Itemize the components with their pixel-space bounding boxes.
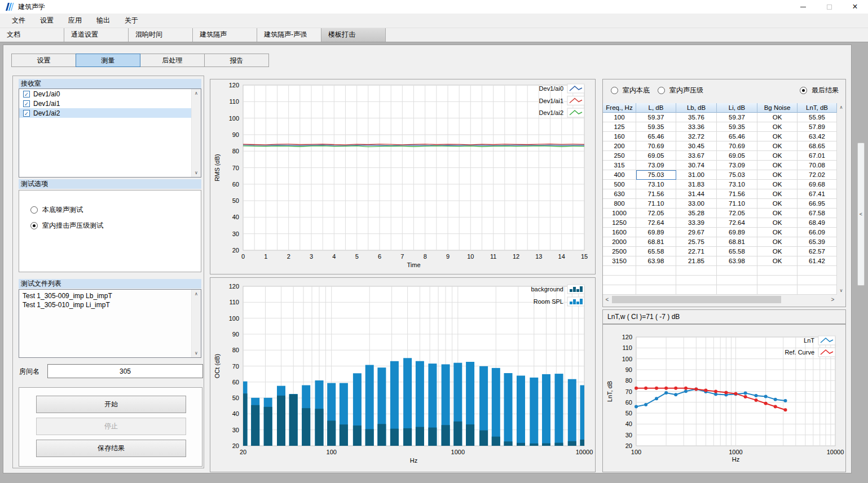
table-cell[interactable]: 68.81 [717,237,757,247]
table-cell[interactable] [717,266,757,276]
close-button[interactable]: × [842,0,868,14]
scroll-left-icon[interactable]: < [603,295,611,304]
checkbox-icon[interactable]: ✓ [23,100,30,107]
table-cell[interactable]: 33.39 [676,218,717,228]
table-cell[interactable]: 59.35 [717,122,757,132]
table-cell[interactable]: 67.58 [797,209,837,218]
table-cell[interactable]: 69.05 [636,151,676,161]
table-cell[interactable]: 72.05 [717,209,757,218]
table-cell[interactable]: OK [757,199,797,209]
table-cell[interactable] [676,276,717,285]
table-cell[interactable]: 400 [603,170,636,180]
table-cell[interactable]: OK [757,209,797,218]
minimize-button[interactable] [790,0,816,14]
table-cell[interactable]: 73.09 [717,161,757,170]
table-cell[interactable]: 100 [603,113,636,122]
table-cell[interactable]: 72.02 [797,170,837,180]
table-cell[interactable]: 55.95 [797,113,837,122]
table-cell[interactable]: 63.42 [797,132,837,141]
table-cell[interactable]: 630 [603,189,636,199]
table-cell[interactable]: OK [757,113,797,122]
table-cell[interactable]: 31.83 [676,180,717,189]
table-cell[interactable]: 72.05 [636,209,676,218]
table-cell[interactable]: 72.64 [636,218,676,228]
table-cell[interactable]: 22.71 [676,247,717,256]
sidebar-collapse-button[interactable]: < [857,143,865,286]
table-cell[interactable]: 69.05 [717,151,757,161]
table-cell[interactable]: 59.37 [717,113,757,122]
table-cell[interactable]: 75.03 [717,170,757,180]
table-cell[interactable]: 35.76 [676,113,717,122]
table-cell[interactable]: 66.95 [797,199,837,209]
channel-row[interactable]: ✓Dev1/ai2 [19,108,191,118]
table-cell[interactable]: 30.74 [676,161,717,170]
table-cell[interactable] [676,285,717,295]
maximize-button[interactable] [816,0,842,14]
subtab-后处理[interactable]: 后处理 [140,54,205,67]
file-item[interactable]: Test 1_305-009_imp Lb_impT [19,291,191,300]
table-cell[interactable]: 63.98 [636,256,676,266]
tab-文档[interactable]: 文档 [0,28,64,42]
view-option[interactable]: 室内声压级 [658,86,703,95]
menu-item[interactable]: 关于 [117,14,146,28]
tab-通道设置[interactable]: 通道设置 [64,28,129,42]
table-cell[interactable]: 67.41 [797,189,837,199]
table-cell[interactable]: 57.89 [797,122,837,132]
table-cell[interactable]: 70.08 [797,161,837,170]
table-cell[interactable]: 63.98 [717,256,757,266]
table-cell[interactable] [603,285,636,295]
table-cell[interactable]: 68.81 [636,237,676,247]
view-option[interactable]: 室内本底 [611,86,650,95]
table-cell[interactable] [636,285,676,295]
table-cell[interactable] [797,285,837,295]
table-cell[interactable]: 71.56 [636,189,676,199]
table-cell[interactable] [636,276,676,285]
table-cell[interactable] [797,276,837,285]
table-cell[interactable]: OK [757,122,797,132]
table-cell[interactable]: 69.89 [717,228,757,237]
table-cell[interactable]: 315 [603,161,636,170]
table-horizontal-scrollbar[interactable]: < > [603,295,837,304]
scroll-down-icon[interactable] [837,286,845,295]
table-cell[interactable]: OK [757,189,797,199]
scroll-up-icon[interactable] [837,103,845,112]
table-cell[interactable]: 2000 [603,237,636,247]
table-cell[interactable]: 1600 [603,228,636,237]
table-cell[interactable]: OK [757,218,797,228]
channel-row[interactable]: ✓Dev1/ai1 [19,99,191,108]
table-cell[interactable]: 29.67 [676,228,717,237]
table-cell[interactable]: 2500 [603,247,636,256]
table-cell[interactable] [676,266,717,276]
table-cell[interactable]: 33.00 [676,199,717,209]
table-cell[interactable]: 59.35 [636,122,676,132]
table-cell[interactable]: 35.28 [676,209,717,218]
table-cell[interactable]: 25.75 [676,237,717,247]
channel-row[interactable]: ✓Dev1/ai0 [19,89,191,99]
radio-icon[interactable] [658,87,665,94]
table-cell[interactable]: OK [757,132,797,141]
tab-楼板打击[interactable]: 楼板打击 [321,28,386,42]
scroll-up-icon[interactable] [192,89,201,98]
table-cell[interactable]: 73.10 [636,180,676,189]
table-cell[interactable] [603,276,636,285]
table-cell[interactable]: 33.36 [676,122,717,132]
table-cell[interactable] [757,285,797,295]
table-cell[interactable]: 71.10 [636,199,676,209]
table-cell[interactable]: 250 [603,151,636,161]
tab-建筑隔声-声强[interactable]: 建筑隔声-声强 [257,28,321,42]
menu-item[interactable]: 设置 [33,14,61,28]
scroll-down-icon[interactable] [192,349,201,357]
radio-icon[interactable] [30,222,38,229]
table-cell[interactable]: 33.67 [676,151,717,161]
table-cell[interactable] [797,266,837,276]
table-cell[interactable]: OK [757,228,797,237]
table-cell[interactable]: OK [757,247,797,256]
table-cell[interactable]: 73.09 [636,161,676,170]
tab-建筑隔声[interactable]: 建筑隔声 [193,28,257,42]
menu-item[interactable]: 应用 [61,14,89,28]
table-cell[interactable]: 61.42 [797,256,837,266]
table-cell[interactable] [757,266,797,276]
table-cell[interactable]: 68.65 [797,141,837,151]
table-cell[interactable]: 67.01 [797,151,837,161]
radio-icon[interactable] [30,206,38,214]
